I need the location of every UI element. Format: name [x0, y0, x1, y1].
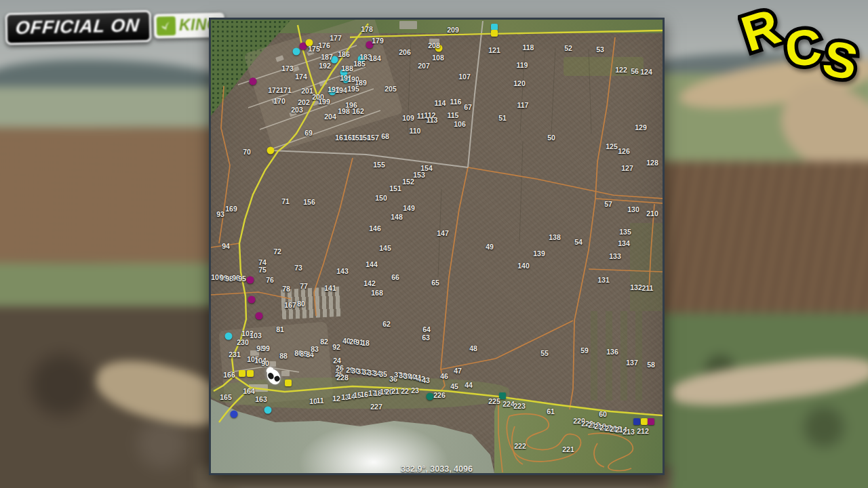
- field-label-155: 155: [373, 161, 385, 169]
- field-label-127: 127: [621, 164, 633, 172]
- field-label-21: 21: [391, 387, 399, 395]
- field-label-11: 11: [316, 396, 323, 405]
- field-label-177: 177: [330, 34, 342, 42]
- field-label-186: 186: [338, 50, 350, 58]
- field-label-83: 83: [311, 345, 319, 353]
- field-label-67: 67: [464, 103, 472, 111]
- field-label-120: 120: [513, 79, 526, 87]
- field-label-210: 210: [646, 209, 658, 218]
- field-label-56: 56: [631, 67, 639, 75]
- field-label-167: 167: [284, 301, 296, 309]
- field-label-114: 114: [435, 99, 446, 107]
- field-label-118: 118: [523, 43, 534, 52]
- field-label-113: 113: [427, 116, 438, 124]
- field-label-147: 147: [437, 229, 449, 237]
- official-banner: OFFICIAL ON KING: [5, 9, 225, 45]
- field-label-66: 66: [391, 273, 399, 281]
- field-label-35: 35: [379, 370, 387, 378]
- field-label-49: 49: [486, 243, 494, 251]
- field-label-169: 169: [225, 205, 237, 213]
- field-label-71: 71: [281, 197, 290, 205]
- field-label-223: 223: [513, 402, 526, 410]
- field-label-195: 195: [347, 85, 359, 93]
- field-label-50: 50: [547, 134, 555, 142]
- field-label-115: 115: [448, 111, 459, 119]
- field-label-22: 22: [401, 387, 409, 395]
- field-label-170: 170: [273, 97, 285, 105]
- field-label-68: 68: [381, 132, 389, 140]
- field-label-54: 54: [574, 238, 583, 246]
- field-label-212: 212: [637, 427, 649, 435]
- field-label-152: 152: [402, 178, 414, 186]
- field-label-145: 145: [379, 244, 391, 252]
- official-banner-black-pill: OFFICIAL ON: [5, 10, 152, 45]
- field-label-206: 206: [399, 48, 411, 56]
- field-label-137: 137: [626, 359, 638, 367]
- field-label-45: 45: [450, 382, 458, 390]
- field-label-53: 53: [596, 45, 604, 54]
- field-label-209: 209: [447, 26, 459, 34]
- dirt-field-right: [658, 161, 868, 331]
- field-label-188: 188: [341, 64, 353, 73]
- field-label-131: 131: [597, 276, 610, 284]
- field-label-69: 69: [304, 129, 313, 137]
- field-label-142: 142: [363, 279, 376, 287]
- field-label-76: 76: [266, 276, 274, 284]
- field-label-175: 175: [308, 45, 320, 53]
- field-label-62: 62: [382, 320, 391, 328]
- official-banner-text: OFFICIAL ON: [15, 15, 141, 39]
- field-label-65: 65: [431, 279, 439, 287]
- field-label-119: 119: [517, 61, 528, 69]
- field-label-43: 43: [422, 376, 430, 384]
- field-label-204: 204: [324, 113, 336, 121]
- field-label-138: 138: [549, 233, 561, 241]
- field-label-48: 48: [469, 344, 477, 352]
- field-label-221: 221: [562, 445, 574, 453]
- rcs-letter-s: S: [818, 29, 863, 85]
- field-label-157: 157: [367, 134, 379, 142]
- field-label-129: 129: [635, 123, 647, 131]
- field-label-57: 57: [604, 200, 612, 208]
- field-label-106: 106: [454, 120, 466, 128]
- field-label-150: 150: [375, 194, 387, 202]
- field-number-layer: 1782091771791761752082061211185253187186…: [211, 20, 663, 473]
- field-label-194: 194: [335, 86, 347, 94]
- field-label-126: 126: [618, 147, 630, 155]
- field-label-151: 151: [389, 184, 401, 192]
- field-label-64: 64: [422, 325, 431, 333]
- field-label-75: 75: [258, 266, 267, 274]
- field-label-185: 185: [353, 60, 366, 68]
- map-viewport[interactable]: 1782091771791761752082061211185253187186…: [209, 18, 665, 475]
- field-label-139: 139: [533, 249, 545, 258]
- field-label-162: 162: [352, 107, 364, 115]
- field-label-222: 222: [514, 442, 526, 450]
- field-label-18: 18: [361, 339, 370, 347]
- field-label-226: 226: [433, 391, 446, 399]
- field-label-168: 168: [371, 289, 383, 297]
- field-label-165: 165: [220, 393, 232, 401]
- field-label-51: 51: [498, 114, 507, 122]
- field-label-99: 99: [262, 344, 270, 352]
- field-label-93: 93: [216, 210, 224, 218]
- field-label-153: 153: [413, 171, 425, 179]
- field-label-211: 211: [642, 284, 654, 292]
- field-label-124: 124: [640, 68, 652, 76]
- kingmods-logo-icon: [157, 16, 176, 36]
- field-label-63: 63: [422, 333, 430, 342]
- field-label-135: 135: [619, 228, 631, 236]
- field-label-77: 77: [300, 282, 308, 290]
- field-label-141: 141: [324, 284, 336, 292]
- rcs-logo: R C S: [738, 0, 868, 88]
- field-label-173: 173: [281, 64, 294, 73]
- field-label-174: 174: [295, 73, 307, 81]
- rcs-letter-c: C: [783, 18, 825, 77]
- field-label-230: 230: [237, 338, 249, 346]
- field-label-103: 103: [250, 331, 262, 340]
- field-label-184: 184: [369, 54, 381, 62]
- field-label-121: 121: [488, 46, 500, 54]
- field-label-58: 58: [647, 361, 655, 369]
- field-label-228: 228: [336, 373, 349, 382]
- field-label-116: 116: [450, 98, 462, 106]
- field-label-213: 213: [623, 428, 635, 436]
- field-label-148: 148: [391, 213, 403, 221]
